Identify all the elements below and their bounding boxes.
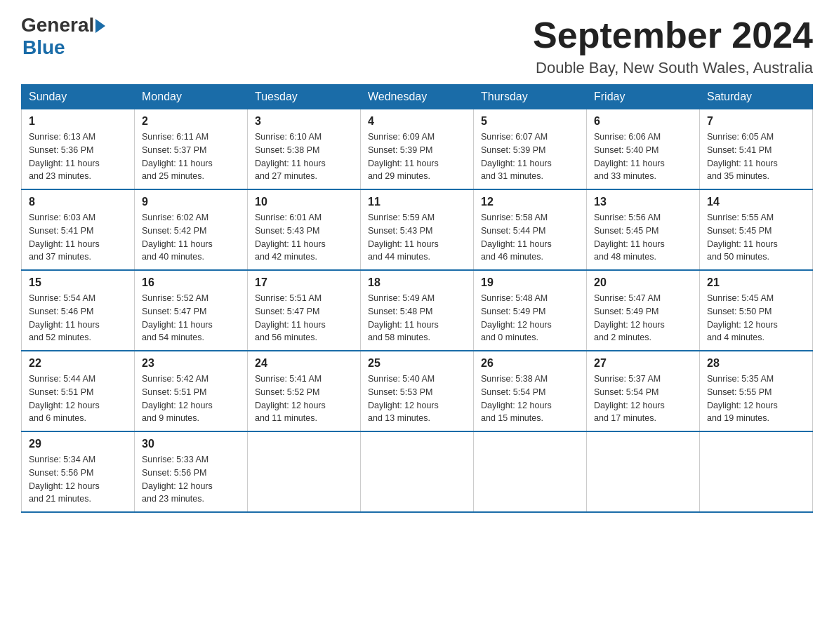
day-number: 30	[142, 438, 240, 450]
header-thursday: Thursday	[474, 85, 587, 109]
header-monday: Monday	[135, 85, 248, 109]
day-number: 11	[368, 196, 466, 208]
table-row: 22 Sunrise: 5:44 AMSunset: 5:51 PMDaylig…	[22, 351, 135, 431]
day-number: 13	[594, 196, 692, 208]
day-number: 4	[368, 115, 466, 128]
day-number: 2	[142, 115, 240, 128]
day-number: 10	[255, 196, 353, 208]
table-row: 25 Sunrise: 5:40 AMSunset: 5:53 PMDaylig…	[361, 351, 474, 431]
table-row: 12 Sunrise: 5:58 AMSunset: 5:44 PMDaylig…	[474, 189, 587, 270]
table-row: 7 Sunrise: 6:05 AMSunset: 5:41 PMDayligh…	[700, 109, 813, 190]
day-number: 9	[142, 196, 240, 208]
table-row	[248, 431, 361, 512]
table-row: 1 Sunrise: 6:13 AMSunset: 5:36 PMDayligh…	[22, 109, 135, 190]
day-info: Sunrise: 5:55 AMSunset: 5:45 PMDaylight:…	[707, 211, 805, 264]
table-row: 21 Sunrise: 5:45 AMSunset: 5:50 PMDaylig…	[700, 270, 813, 351]
day-number: 24	[255, 357, 353, 370]
day-number: 18	[368, 276, 466, 289]
day-number: 23	[142, 357, 240, 370]
table-row: 15 Sunrise: 5:54 AMSunset: 5:46 PMDaylig…	[22, 270, 135, 351]
day-info: Sunrise: 5:48 AMSunset: 5:49 PMDaylight:…	[481, 292, 579, 344]
day-info: Sunrise: 6:02 AMSunset: 5:42 PMDaylight:…	[142, 211, 240, 264]
location-title: Double Bay, New South Wales, Australia	[533, 59, 813, 77]
logo-blue-text: Blue	[22, 36, 65, 59]
table-row: 9 Sunrise: 6:02 AMSunset: 5:42 PMDayligh…	[135, 189, 248, 270]
day-number: 17	[255, 276, 353, 289]
day-number: 1	[29, 115, 127, 128]
table-row: 30 Sunrise: 5:33 AMSunset: 5:56 PMDaylig…	[135, 431, 248, 512]
table-row: 17 Sunrise: 5:51 AMSunset: 5:47 PMDaylig…	[248, 270, 361, 351]
day-info: Sunrise: 5:38 AMSunset: 5:54 PMDaylight:…	[481, 373, 579, 425]
table-row: 20 Sunrise: 5:47 AMSunset: 5:49 PMDaylig…	[587, 270, 700, 351]
table-row: 6 Sunrise: 6:06 AMSunset: 5:40 PMDayligh…	[587, 109, 700, 190]
table-row: 24 Sunrise: 5:41 AMSunset: 5:52 PMDaylig…	[248, 351, 361, 431]
day-number: 15	[29, 276, 127, 289]
table-row: 3 Sunrise: 6:10 AMSunset: 5:38 PMDayligh…	[248, 109, 361, 190]
day-number: 29	[29, 438, 127, 450]
day-info: Sunrise: 6:13 AMSunset: 5:36 PMDaylight:…	[29, 130, 127, 183]
day-info: Sunrise: 5:34 AMSunset: 5:56 PMDaylight:…	[29, 453, 127, 506]
table-row: 28 Sunrise: 5:35 AMSunset: 5:55 PMDaylig…	[700, 351, 813, 431]
day-number: 25	[368, 357, 466, 370]
calendar-table: Sunday Monday Tuesday Wednesday Thursday…	[21, 84, 813, 513]
day-info: Sunrise: 5:52 AMSunset: 5:47 PMDaylight:…	[142, 292, 240, 344]
day-number: 6	[594, 115, 692, 128]
day-info: Sunrise: 5:35 AMSunset: 5:55 PMDaylight:…	[707, 373, 805, 425]
day-number: 21	[707, 276, 805, 289]
table-row: 29 Sunrise: 5:34 AMSunset: 5:56 PMDaylig…	[22, 431, 135, 512]
logo: General Blue	[21, 14, 105, 59]
day-info: Sunrise: 6:05 AMSunset: 5:41 PMDaylight:…	[707, 130, 805, 183]
table-row: 16 Sunrise: 5:52 AMSunset: 5:47 PMDaylig…	[135, 270, 248, 351]
day-number: 7	[707, 115, 805, 128]
table-row: 5 Sunrise: 6:07 AMSunset: 5:39 PMDayligh…	[474, 109, 587, 190]
day-number: 16	[142, 276, 240, 289]
day-info: Sunrise: 5:41 AMSunset: 5:52 PMDaylight:…	[255, 373, 353, 425]
day-info: Sunrise: 6:01 AMSunset: 5:43 PMDaylight:…	[255, 211, 353, 264]
calendar-header-row: Sunday Monday Tuesday Wednesday Thursday…	[22, 85, 813, 109]
logo-general-text: General	[21, 14, 94, 36]
day-number: 26	[481, 357, 579, 370]
day-info: Sunrise: 5:54 AMSunset: 5:46 PMDaylight:…	[29, 292, 127, 344]
day-info: Sunrise: 6:07 AMSunset: 5:39 PMDaylight:…	[481, 130, 579, 183]
calendar-week-row: 1 Sunrise: 6:13 AMSunset: 5:36 PMDayligh…	[22, 109, 813, 190]
table-row	[474, 431, 587, 512]
table-row: 2 Sunrise: 6:11 AMSunset: 5:37 PMDayligh…	[135, 109, 248, 190]
logo-triangle-icon	[95, 19, 105, 33]
day-number: 27	[594, 357, 692, 370]
day-info: Sunrise: 5:58 AMSunset: 5:44 PMDaylight:…	[481, 211, 579, 264]
table-row	[587, 431, 700, 512]
header-tuesday: Tuesday	[248, 85, 361, 109]
day-info: Sunrise: 5:40 AMSunset: 5:53 PMDaylight:…	[368, 373, 466, 425]
day-number: 3	[255, 115, 353, 128]
table-row: 19 Sunrise: 5:48 AMSunset: 5:49 PMDaylig…	[474, 270, 587, 351]
calendar-week-row: 22 Sunrise: 5:44 AMSunset: 5:51 PMDaylig…	[22, 351, 813, 431]
table-row: 10 Sunrise: 6:01 AMSunset: 5:43 PMDaylig…	[248, 189, 361, 270]
table-row	[700, 431, 813, 512]
table-row: 4 Sunrise: 6:09 AMSunset: 5:39 PMDayligh…	[361, 109, 474, 190]
table-row: 23 Sunrise: 5:42 AMSunset: 5:51 PMDaylig…	[135, 351, 248, 431]
day-info: Sunrise: 6:03 AMSunset: 5:41 PMDaylight:…	[29, 211, 127, 264]
table-row: 18 Sunrise: 5:49 AMSunset: 5:48 PMDaylig…	[361, 270, 474, 351]
table-row: 26 Sunrise: 5:38 AMSunset: 5:54 PMDaylig…	[474, 351, 587, 431]
day-info: Sunrise: 5:37 AMSunset: 5:54 PMDaylight:…	[594, 373, 692, 425]
day-info: Sunrise: 5:44 AMSunset: 5:51 PMDaylight:…	[29, 373, 127, 425]
table-row: 13 Sunrise: 5:56 AMSunset: 5:45 PMDaylig…	[587, 189, 700, 270]
day-info: Sunrise: 5:45 AMSunset: 5:50 PMDaylight:…	[707, 292, 805, 344]
day-number: 20	[594, 276, 692, 289]
table-row: 27 Sunrise: 5:37 AMSunset: 5:54 PMDaylig…	[587, 351, 700, 431]
day-info: Sunrise: 6:09 AMSunset: 5:39 PMDaylight:…	[368, 130, 466, 183]
header-wednesday: Wednesday	[361, 85, 474, 109]
calendar-week-row: 8 Sunrise: 6:03 AMSunset: 5:41 PMDayligh…	[22, 189, 813, 270]
day-info: Sunrise: 6:10 AMSunset: 5:38 PMDaylight:…	[255, 130, 353, 183]
table-row	[361, 431, 474, 512]
day-number: 12	[481, 196, 579, 208]
calendar-week-row: 29 Sunrise: 5:34 AMSunset: 5:56 PMDaylig…	[22, 431, 813, 512]
day-info: Sunrise: 5:47 AMSunset: 5:49 PMDaylight:…	[594, 292, 692, 344]
month-title: September 2024	[533, 14, 813, 56]
day-number: 14	[707, 196, 805, 208]
day-number: 28	[707, 357, 805, 370]
calendar-week-row: 15 Sunrise: 5:54 AMSunset: 5:46 PMDaylig…	[22, 270, 813, 351]
day-info: Sunrise: 5:59 AMSunset: 5:43 PMDaylight:…	[368, 211, 466, 264]
title-section: September 2024 Double Bay, New South Wal…	[533, 14, 813, 77]
day-info: Sunrise: 5:56 AMSunset: 5:45 PMDaylight:…	[594, 211, 692, 264]
